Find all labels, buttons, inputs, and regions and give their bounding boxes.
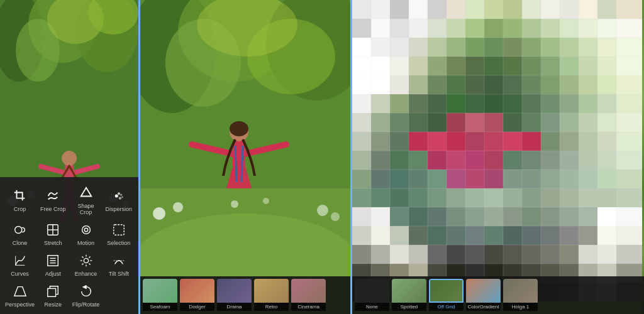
filter-spotted[interactable]: Spotted [392, 279, 426, 311]
svg-point-22 [115, 195, 118, 197]
middle-panel: Seafoam Dodger Drama Retro Cinerama [138, 0, 352, 314]
svg-rect-282 [560, 245, 579, 264]
perspective-label: Perspective [5, 301, 35, 308]
filter-drama[interactable]: Drama [217, 279, 252, 311]
svg-line-46 [89, 263, 90, 264]
svg-rect-217 [465, 170, 484, 188]
svg-rect-140 [428, 75, 447, 94]
filter-offgrid[interactable]: Off Grid [429, 279, 464, 311]
tool-curves[interactable]: Curves [4, 250, 36, 279]
svg-rect-186 [447, 132, 465, 151]
svg-point-62 [153, 207, 165, 220]
svg-rect-214 [409, 170, 428, 188]
tool-perspective[interactable]: Perspective [4, 281, 36, 310]
svg-rect-244 [409, 207, 428, 226]
tool-crop[interactable]: Crop [4, 182, 36, 218]
svg-rect-134 [597, 57, 616, 75]
svg-rect-117 [560, 38, 579, 57]
svg-rect-181 [352, 132, 371, 151]
filter-cinerama-label: Cinerama [291, 303, 326, 311]
svg-rect-266 [541, 226, 560, 245]
svg-rect-192 [560, 132, 579, 151]
filter-retro[interactable]: Retro [254, 279, 289, 311]
svg-rect-80 [428, 0, 447, 19]
stretch-label: Stretch [44, 240, 62, 246]
svg-rect-133 [579, 57, 597, 75]
svg-rect-182 [371, 132, 390, 151]
filter-dodger-thumbnail [180, 279, 214, 303]
filter-offgrid-thumbnail [429, 279, 464, 303]
svg-rect-195 [616, 132, 642, 151]
enhance-label: Enhance [75, 271, 97, 277]
tool-tilt-shift[interactable]: Tilt Shift [103, 250, 135, 279]
svg-rect-238 [579, 188, 597, 207]
curves-icon [13, 254, 27, 269]
tool-dispersion[interactable]: Dispersion [103, 182, 135, 218]
tool-clone[interactable]: Clone [4, 219, 36, 249]
svg-rect-191 [541, 132, 560, 151]
svg-rect-150 [616, 75, 642, 94]
tool-enhance[interactable]: Enhance [70, 250, 101, 279]
svg-rect-211 [352, 170, 371, 188]
svg-rect-207 [560, 151, 579, 170]
svg-rect-194 [597, 132, 616, 151]
tool-flip-rotate[interactable]: Flip/Rotate [70, 281, 101, 310]
svg-rect-139 [409, 75, 428, 94]
svg-rect-206 [541, 151, 560, 170]
svg-rect-204 [503, 151, 522, 170]
svg-rect-169 [409, 113, 428, 132]
svg-rect-148 [579, 75, 597, 94]
perspective-icon [13, 284, 27, 300]
svg-rect-240 [616, 188, 642, 207]
filter-holga[interactable]: Holga 1 [503, 279, 538, 311]
svg-rect-103 [579, 19, 597, 38]
svg-rect-108 [390, 38, 409, 57]
svg-rect-84 [503, 0, 522, 19]
svg-rect-145 [522, 75, 541, 94]
filter-holga-thumbnail [503, 279, 538, 303]
dispersion-label: Dispersion [106, 206, 133, 212]
filter-seafoam-label: Seafoam [143, 303, 177, 311]
svg-rect-168 [390, 113, 409, 132]
svg-marker-50 [14, 287, 25, 296]
filter-none[interactable]: None [355, 279, 389, 311]
tool-motion[interactable]: Motion [70, 219, 101, 249]
svg-rect-147 [560, 75, 579, 94]
svg-rect-199 [409, 151, 428, 170]
svg-rect-220 [522, 170, 541, 188]
svg-point-25 [119, 197, 121, 199]
svg-rect-114 [503, 38, 522, 57]
filter-dodger[interactable]: Dodger [180, 279, 214, 311]
filter-seafoam[interactable]: Seafoam [143, 279, 177, 311]
tilt-shift-label: Tilt Shift [109, 271, 129, 277]
svg-rect-78 [390, 0, 409, 19]
svg-rect-87 [560, 0, 579, 19]
clone-icon [13, 223, 27, 239]
motion-label: Motion [77, 240, 94, 246]
filter-spotted-label: Spotted [392, 303, 426, 311]
tool-resize[interactable]: Resize [37, 281, 69, 310]
svg-rect-193 [579, 132, 597, 151]
svg-rect-132 [560, 57, 579, 75]
svg-rect-228 [390, 188, 409, 207]
tool-empty [103, 281, 135, 310]
tool-stretch[interactable]: Stretch [37, 219, 69, 249]
tool-selection[interactable]: Selection [103, 219, 135, 249]
tool-free-crop[interactable]: Free Crop [37, 182, 69, 218]
filter-colorgradient[interactable]: ColorGradient [466, 279, 501, 311]
svg-point-26 [121, 197, 123, 198]
svg-rect-105 [616, 19, 642, 38]
crop-icon [13, 189, 27, 205]
svg-rect-151 [352, 94, 371, 113]
svg-line-48 [89, 256, 90, 257]
svg-rect-167 [371, 113, 390, 132]
filter-cinerama[interactable]: Cinerama [291, 279, 326, 311]
tool-adjust[interactable]: Adjust [37, 250, 69, 279]
svg-rect-170 [428, 113, 447, 132]
tool-shape-crop[interactable]: Shape Crop [70, 182, 101, 218]
svg-rect-283 [579, 245, 597, 264]
svg-rect-218 [484, 170, 503, 188]
svg-rect-185 [428, 132, 447, 151]
svg-rect-246 [447, 207, 465, 226]
svg-rect-215 [428, 170, 447, 188]
